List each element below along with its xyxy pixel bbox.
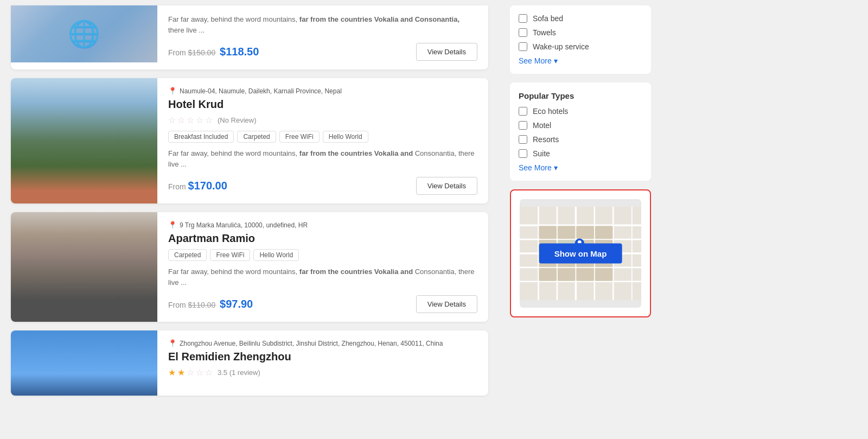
see-more-button-1[interactable]: See More ▾: [519, 56, 558, 65]
hotel-image-hand: 🌐: [11, 5, 157, 62]
checkbox-motel-label: Motel: [533, 121, 551, 130]
price-info-ramio: From $110.00 $97.90: [168, 298, 253, 310]
hotel-card-el-remidien: 📍 Zhongzhou Avenue, Beilinlu Subdistrict…: [11, 330, 488, 396]
checkbox-resorts-input[interactable]: [519, 135, 527, 144]
hotel-card-krud: 📍 Naumule-04, Naumule, Dailekh, Karnali …: [11, 78, 488, 203]
svg-rect-15: [595, 226, 613, 239]
checkbox-sofa-bed-input[interactable]: [519, 14, 527, 23]
location-text-el-remidien: Zhongzhou Avenue, Beilinlu Subdistrict, …: [180, 340, 443, 347]
current-price-ramio: $97.90: [220, 298, 253, 310]
popular-types-title: Popular Types: [519, 91, 642, 100]
hotel-location-el-remidien: 📍 Zhongzhou Avenue, Beilinlu Subdistrict…: [168, 339, 477, 347]
hotel-card-partial-top: 🌐 Far far away, behind the word mountain…: [11, 5, 488, 69]
checkbox-towels-label: Towels: [533, 28, 556, 37]
checkbox-sofa-bed-label: Sofa bed: [533, 14, 563, 23]
amenity-hello-world-ramio: Hello World: [253, 249, 299, 261]
hotel-pricing-partial: From $150.00 $118.50 View Details: [168, 43, 477, 61]
star-el-1: ★: [168, 367, 176, 378]
page-layout: 🌐 Far far away, behind the word mountain…: [0, 0, 868, 439]
chevron-down-icon-2: ▾: [554, 163, 558, 172]
see-more-label-1: See More: [519, 56, 552, 65]
sidebar-popular-types-section: Popular Types Eco hotels Motel Resorts S…: [510, 82, 651, 181]
svg-rect-13: [558, 226, 576, 239]
map-section: SAN RAFAEL Show on Map: [510, 189, 651, 317]
hotel-name-el-remidien: El Remidien Zhengzhou: [168, 351, 477, 363]
hotel-image-el-remidien: [11, 330, 157, 396]
review-text-krud: (No Review): [218, 116, 257, 124]
see-more-button-2[interactable]: See More ▾: [519, 163, 558, 172]
checkbox-suite-label: Suite: [533, 149, 550, 158]
star-1: ☆: [168, 115, 176, 125]
checkbox-towels[interactable]: Towels: [519, 28, 642, 37]
checkbox-wake-up-label: Wake-up service: [533, 42, 589, 51]
original-price-partial: $150.00: [188, 48, 216, 57]
amenity-wifi: Free WiFi: [279, 131, 320, 143]
map-container: SAN RAFAEL Show on Map: [520, 199, 641, 308]
svg-rect-27: [595, 268, 613, 281]
current-price-krud: $170.00: [188, 180, 227, 192]
checkbox-eco-hotels-input[interactable]: [519, 107, 527, 116]
chevron-down-icon-1: ▾: [554, 56, 558, 65]
amenity-wifi-ramio: Free WiFi: [210, 249, 250, 261]
current-price-partial: $118.50: [220, 46, 259, 58]
amenity-tags-ramio: Carpeted Free WiFi Hello World: [168, 249, 477, 261]
amenity-tags-krud: Breakfast Included Carpeted Free WiFi He…: [168, 131, 477, 143]
main-content: 🌐 Far far away, behind the word mountain…: [0, 0, 499, 439]
hotel-card-body-partial: Far far away, behind the word mountains,…: [157, 5, 488, 69]
star-5: ☆: [205, 115, 213, 125]
hotel-card-body-el-remidien: 📍 Zhongzhou Avenue, Beilinlu Subdistrict…: [157, 330, 488, 396]
original-price-ramio: $110.00: [188, 301, 216, 309]
location-pin-icon-ramio: 📍: [168, 221, 177, 229]
checkbox-eco-hotels[interactable]: Eco hotels: [519, 107, 642, 116]
location-pin-icon: 📍: [168, 87, 177, 95]
hotel-card-body-ramio: 📍 9 Trg Marka Marulića, 10000, undefined…: [157, 212, 488, 322]
checkbox-wake-up-input[interactable]: [519, 42, 527, 51]
checkbox-motel[interactable]: Motel: [519, 121, 642, 130]
from-label-partial: From: [168, 48, 186, 57]
view-details-button-partial[interactable]: View Details: [416, 43, 477, 61]
hotel-name-krud: Hotel Krud: [168, 98, 477, 111]
checkbox-eco-hotels-label: Eco hotels: [533, 107, 568, 116]
view-details-button-ramio[interactable]: View Details: [416, 295, 477, 313]
hotel-location-ramio: 📍 9 Trg Marka Marulića, 10000, undefined…: [168, 221, 477, 229]
checkbox-resorts[interactable]: Resorts: [519, 135, 642, 144]
checkbox-resorts-label: Resorts: [533, 135, 559, 144]
amenity-carpeted-ramio: Carpeted: [168, 249, 207, 261]
svg-rect-24: [539, 268, 557, 281]
hotel-description-partial: Far far away, behind the word mountains,…: [168, 14, 477, 35]
checkbox-wake-up[interactable]: Wake-up service: [519, 42, 642, 51]
hotel-description-ramio: Far far away, behind the word mountains,…: [168, 266, 477, 288]
from-label-krud: From: [168, 182, 186, 191]
hotel-stars-krud: ☆ ☆ ☆ ☆ ☆ (No Review): [168, 115, 477, 125]
checkbox-suite-input[interactable]: [519, 149, 527, 158]
hotel-name-ramio: Apartman Ramio: [168, 232, 477, 245]
checkbox-suite[interactable]: Suite: [519, 149, 642, 158]
hotel-stars-el-remidien: ★ ★ ☆ ☆ ☆ 3.5 (1 review): [168, 367, 477, 378]
hotel-image-krud: [11, 78, 157, 203]
star-4: ☆: [196, 115, 203, 125]
star-3: ☆: [187, 115, 194, 125]
from-label-ramio: From: [168, 301, 186, 309]
location-text-ramio: 9 Trg Marka Marulića, 10000, undefined, …: [180, 221, 308, 229]
checkbox-towels-input[interactable]: [519, 28, 527, 37]
hotel-card-body-krud: 📍 Naumule-04, Naumule, Dailekh, Karnali …: [157, 78, 488, 203]
hotel-description-krud: Far far away, behind the word mountains,…: [168, 148, 477, 169]
star-el-2: ★: [177, 367, 185, 378]
amenity-carpeted: Carpeted: [237, 131, 276, 143]
hotel-card-ramio: 📍 9 Trg Marka Marulića, 10000, undefined…: [11, 212, 488, 322]
location-text-krud: Naumule-04, Naumule, Dailekh, Karnali Pr…: [180, 87, 342, 95]
checkbox-sofa-bed[interactable]: Sofa bed: [519, 14, 642, 23]
see-more-label-2: See More: [519, 163, 552, 172]
hotel-image-ramio: [11, 212, 157, 322]
view-details-button-krud[interactable]: View Details: [416, 177, 477, 195]
amenity-hello-world: Hello World: [323, 131, 368, 143]
star-el-4: ☆: [196, 367, 203, 378]
star-2: ☆: [177, 115, 185, 125]
svg-rect-26: [576, 268, 594, 281]
svg-rect-14: [576, 226, 594, 239]
sidebar: Sofa bed Towels Wake-up service See More…: [499, 0, 662, 439]
show-on-map-button[interactable]: Show on Map: [539, 244, 622, 264]
sidebar-amenities-section: Sofa bed Towels Wake-up service See More…: [510, 5, 651, 74]
checkbox-motel-input[interactable]: [519, 121, 527, 130]
hotel-location-krud: 📍 Naumule-04, Naumule, Dailekh, Karnali …: [168, 87, 477, 95]
